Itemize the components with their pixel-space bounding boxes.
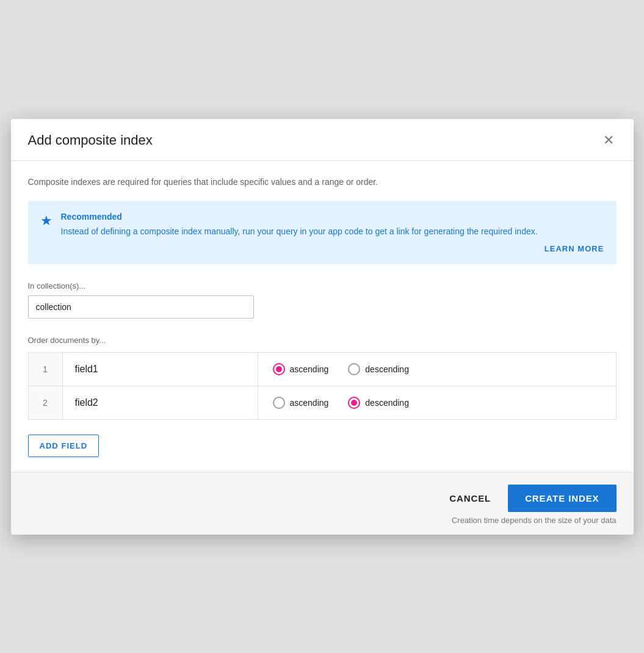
field-options-1: ascending descending — [258, 352, 616, 386]
descending-label-2: descending — [365, 398, 409, 408]
close-button[interactable]: ✕ — [601, 131, 617, 150]
dialog-header: Add composite index ✕ — [11, 119, 634, 161]
footer-buttons: CANCEL CREATE INDEX — [437, 485, 616, 512]
field-options-2: ascending descending — [258, 386, 616, 419]
recommendation-box: ★ Recommended Instead of defining a comp… — [28, 201, 617, 264]
field-name-2: field2 — [62, 386, 258, 419]
close-icon: ✕ — [603, 134, 614, 147]
ascending-label-2: ascending — [290, 398, 329, 408]
dialog-title: Add composite index — [28, 132, 153, 148]
descending-option-1[interactable]: descending — [348, 363, 409, 375]
ascending-radio-1[interactable] — [273, 363, 285, 375]
ascending-option-1[interactable]: ascending — [273, 363, 329, 375]
description-text: Composite indexes are required for queri… — [28, 176, 617, 189]
collection-input[interactable] — [28, 295, 254, 319]
footer-note: Creation time depends on the size of you… — [452, 516, 617, 525]
field-name-1: field1 — [62, 352, 258, 386]
cancel-button[interactable]: CANCEL — [437, 486, 503, 511]
recommendation-title: Recommended — [61, 212, 604, 222]
ascending-label-1: ascending — [290, 364, 329, 374]
dialog-footer: CANCEL CREATE INDEX Creation time depend… — [11, 472, 634, 535]
dialog-body: Composite indexes are required for queri… — [11, 161, 634, 472]
recommendation-text: Instead of defining a composite index ma… — [61, 225, 604, 238]
ascending-option-2[interactable]: ascending — [273, 397, 329, 409]
fields-table: 1 field1 ascending descending — [28, 352, 617, 420]
collection-section: In collection(s)... — [28, 281, 617, 319]
order-section: Order documents by... 1 field1 ascending — [28, 336, 617, 457]
learn-more-button[interactable]: LEARN MORE — [545, 244, 604, 253]
descending-option-2[interactable]: descending — [348, 397, 409, 409]
field-number-2: 2 — [28, 386, 62, 419]
order-label: Order documents by... — [28, 336, 617, 345]
create-index-button[interactable]: CREATE INDEX — [508, 485, 616, 512]
descending-radio-1[interactable] — [348, 363, 360, 375]
recommendation-content: Recommended Instead of defining a compos… — [61, 212, 604, 253]
add-field-button[interactable]: ADD FIELD — [28, 435, 99, 457]
table-row: 1 field1 ascending descending — [28, 352, 616, 386]
table-row: 2 field2 ascending descending — [28, 386, 616, 419]
descending-label-1: descending — [365, 364, 409, 374]
add-composite-index-dialog: Add composite index ✕ Composite indexes … — [11, 119, 634, 535]
ascending-radio-2[interactable] — [273, 397, 285, 409]
collection-label: In collection(s)... — [28, 281, 617, 290]
field-number-1: 1 — [28, 352, 62, 386]
star-icon: ★ — [40, 213, 52, 229]
descending-radio-2[interactable] — [348, 397, 360, 409]
